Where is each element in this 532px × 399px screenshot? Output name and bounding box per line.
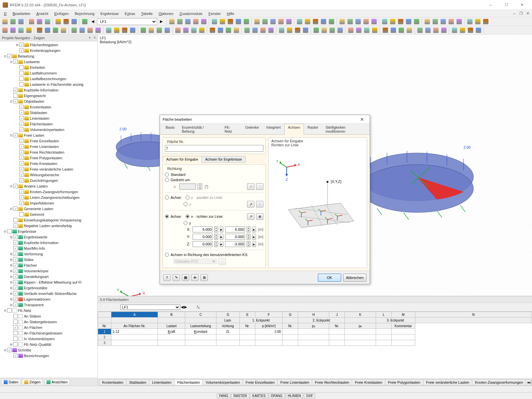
status-OFANG[interactable]: OFANG	[269, 393, 285, 398]
bp-tab-0[interactable]: Knotenlasten	[99, 379, 126, 385]
tb1-btn-5[interactable]	[44, 18, 51, 25]
tree-checkbox[interactable]	[13, 303, 18, 307]
navigator-close-icon[interactable]: ✕	[93, 36, 96, 40]
tree-checkbox[interactable]	[13, 336, 18, 341]
tree-item-7[interactable]: Lastwerte in Flächenmitte anzeig	[1, 81, 97, 87]
bp-tab-9[interactable]: Freie Polygonlasten	[385, 379, 423, 385]
tb1-btn-1[interactable]	[9, 18, 17, 25]
tool-btn-2[interactable]: ▦	[182, 274, 189, 281]
tree-checkbox[interactable]	[19, 167, 24, 171]
tb2-btn-39[interactable]	[336, 27, 344, 34]
tree-item-23[interactable]: Wirkungsbereiche	[1, 172, 97, 178]
status-DXF[interactable]: DXF	[304, 393, 315, 398]
tb2-btn-4[interactable]	[36, 27, 43, 34]
dlg-tab-Basis[interactable]: Basis	[162, 124, 178, 135]
tb1-btn-20[interactable]	[253, 18, 261, 25]
tree-checkbox[interactable]	[13, 263, 18, 267]
tb1-btn-38[interactable]	[405, 18, 412, 25]
bp-tab-1[interactable]: Stablasten	[126, 379, 149, 385]
tree-checkbox[interactable]	[13, 280, 18, 284]
tb2-btn-48[interactable]	[416, 27, 424, 34]
pick-btn-2[interactable]: ⋮	[256, 183, 263, 190]
menu-berechnung[interactable]: Berechnung	[72, 11, 97, 16]
tb1-btn-22[interactable]	[269, 18, 277, 25]
radio-richt-x[interactable]	[186, 214, 190, 218]
tree-item-10[interactable]: ⊟ Objektlasten	[1, 98, 97, 104]
menu-datei[interactable]: D	[1, 11, 9, 16]
tb2-btn-23[interactable]	[198, 27, 205, 34]
tree-item-37[interactable]: ⊞ Verformung	[1, 251, 97, 257]
tree-item-29[interactable]: ⊟ Generierte Lasten	[1, 206, 97, 211]
tree-checkbox[interactable]	[13, 206, 18, 211]
tree-checkbox[interactable]	[13, 286, 18, 290]
tree-checkbox[interactable]	[19, 65, 24, 69]
tb2-btn-43[interactable]	[371, 27, 378, 34]
tb1-btn-35[interactable]	[381, 18, 388, 25]
tree-checkbox[interactable]	[13, 320, 18, 324]
tb1-btn-9[interactable]	[81, 18, 88, 25]
tb2-btn-30[interactable]	[259, 27, 267, 34]
bp-tab-8[interactable]: Freie Kreislasten	[352, 379, 385, 385]
tb2-btn-25[interactable]	[217, 27, 224, 34]
tb1-btn-23[interactable]	[277, 18, 285, 25]
tree-item-51[interactable]: An Flächenergebnissen	[1, 330, 97, 336]
tree-item-36[interactable]: Max/Min-Info	[1, 245, 97, 251]
tree-item-53[interactable]: ⊞ FE-Netz-Qualität	[1, 341, 97, 347]
table-grid[interactable]: ABCDEFGHJKLMN Last-1. Eckpunkt2. Eckpunk…	[98, 312, 532, 378]
tb2-btn-34[interactable]	[294, 27, 301, 34]
radio-gedreht[interactable]	[165, 178, 169, 182]
tb2-btn-54[interactable]	[467, 27, 474, 34]
z1-input[interactable]	[193, 241, 212, 247]
tb1-btn-0[interactable]	[1, 18, 9, 25]
tb1-btn-36[interactable]	[389, 18, 396, 25]
status-HLINIEN[interactable]: HLINIEN	[286, 393, 303, 398]
z2-input[interactable]	[225, 241, 245, 247]
tb2-btn-26[interactable]	[225, 27, 232, 34]
tb1-btn-11[interactable]	[176, 18, 184, 25]
tb2-btn-6[interactable]	[52, 27, 59, 34]
tb1-btn-41[interactable]	[432, 18, 439, 25]
tb1-btn-29[interactable]	[328, 18, 335, 25]
tree-checkbox[interactable]	[19, 139, 24, 143]
pick-points-btn[interactable]: ⊕	[256, 213, 263, 220]
tree-checkbox[interactable]	[13, 235, 18, 239]
tb1-btn-34[interactable]	[370, 18, 378, 25]
tree-item-17[interactable]: Freie Einzellasten	[1, 138, 97, 144]
tree-item-16[interactable]: ⊟ Freie Lasten	[1, 132, 97, 138]
tree-item-44[interactable]: ⊞ Verläufe innerhalb Stützenfläche	[1, 291, 97, 296]
tb2-btn-21[interactable]	[182, 27, 190, 34]
tb1-btn-25[interactable]	[296, 18, 303, 25]
tree-item-1[interactable]: Knotenkopplungen	[1, 48, 97, 53]
tree-item-8[interactable]: Kopfzeile-Information	[1, 87, 97, 93]
tb1-btn-39[interactable]	[413, 18, 420, 25]
nav-tab-zeigen[interactable]: Zeigen	[22, 379, 43, 385]
tb1-btn-21[interactable]	[261, 18, 269, 25]
tree-item-39[interactable]: ⊞ Flächen	[1, 262, 97, 268]
dlg-tab-Integriert[interactable]: Integriert	[263, 124, 284, 135]
tree-checkbox[interactable]	[19, 173, 24, 177]
tb2-btn-44[interactable]	[382, 27, 389, 34]
tree-item-42[interactable]: ⊞ Rippen - Effektive Mitwirkung auf Fl	[1, 279, 97, 285]
dialog-titlebar[interactable]: Fläche bearbeiten ✕	[160, 115, 370, 124]
tree-checkbox[interactable]	[19, 105, 24, 109]
dlg-tab-Exzentrizität / Bettung[interactable]: Exzentrizität / Bettung	[178, 124, 221, 135]
tree-checkbox[interactable]	[19, 144, 24, 149]
radio-userks[interactable]	[165, 253, 169, 257]
nav-tab-daten[interactable]: Daten	[1, 379, 21, 385]
tb1-btn-7[interactable]	[63, 18, 70, 25]
dlg-tab-FE-Netz[interactable]: FE-Netz	[221, 124, 241, 135]
menu-optionen[interactable]: Optionen	[156, 11, 176, 16]
tb2-btn-17[interactable]	[148, 27, 155, 34]
tb2-btn-35[interactable]	[302, 27, 309, 34]
tb2-btn-19[interactable]	[164, 27, 171, 34]
bp-prev[interactable]: ◀	[181, 305, 184, 309]
doc-minimize-button[interactable]: ─	[511, 11, 517, 16]
tb2-btn-36[interactable]	[313, 27, 320, 34]
help-button[interactable]: ?	[163, 274, 171, 281]
tree-checkbox[interactable]	[19, 178, 24, 183]
tb1-btn-28[interactable]	[320, 18, 327, 25]
tb1-btn-18[interactable]	[235, 18, 242, 25]
tb2-btn-51[interactable]	[440, 27, 448, 34]
tb2-btn-50[interactable]	[432, 27, 440, 34]
tb2-btn-31[interactable]	[267, 27, 275, 34]
